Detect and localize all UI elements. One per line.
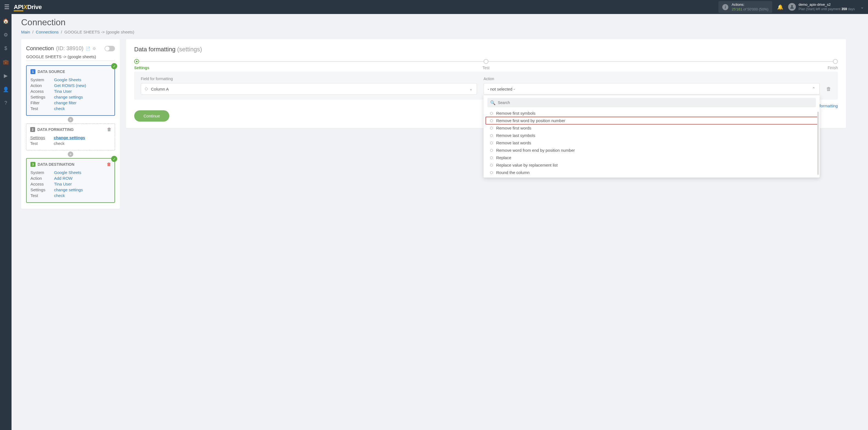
radio-icon xyxy=(145,88,148,90)
data-formatting-panel: Data formatting (settings) Settings Test… xyxy=(126,39,846,128)
topbar: ☰ APIXDrive i Actions: 25'161 of 50'000 … xyxy=(0,0,868,14)
source-action[interactable]: Get ROWS (new) xyxy=(54,83,86,88)
search-icon: 🔍 xyxy=(490,100,496,105)
dropdown-option[interactable]: Remove first words xyxy=(486,124,817,132)
briefcase-icon[interactable]: 💼 xyxy=(3,59,9,65)
bell-icon[interactable]: 🔔 xyxy=(777,4,783,10)
info-icon: i xyxy=(722,4,728,10)
enable-toggle[interactable] xyxy=(104,46,115,51)
dest-system[interactable]: Google Sheets xyxy=(54,170,81,175)
logo[interactable]: APIXDrive xyxy=(14,4,42,11)
field-label: Field for formatting xyxy=(141,76,477,81)
dropdown-option[interactable]: Remove last words xyxy=(486,139,817,147)
plan-suffix: days xyxy=(847,7,855,11)
radio-icon xyxy=(490,127,493,129)
breadcrumb-main[interactable]: Main xyxy=(21,30,30,34)
chevron-down-icon[interactable]: ⌄ xyxy=(860,4,864,10)
check-icon: ✓ xyxy=(111,156,117,162)
avatar-icon xyxy=(788,3,796,11)
step-test[interactable] xyxy=(484,59,489,64)
dest-access[interactable]: Tina User xyxy=(54,182,72,186)
right-title: Data formatting xyxy=(134,46,177,53)
dropdown-option[interactable]: Replace value by replacement list xyxy=(486,161,817,169)
step-finish[interactable] xyxy=(833,59,838,64)
plan-days: 359 xyxy=(841,7,847,11)
panel-title: Connection xyxy=(26,45,54,52)
data-formatting-card[interactable]: 🗑 2DATA FORMATTING Settingschange settin… xyxy=(26,123,115,150)
sitemap-icon[interactable]: ⚙ xyxy=(4,32,8,38)
chevron-down-icon: ⌄ xyxy=(469,87,473,91)
radio-icon xyxy=(490,119,493,122)
user-icon[interactable]: 👤 xyxy=(3,87,9,92)
actions-total: 50'000 xyxy=(747,7,758,11)
user-menu[interactable]: demo_apix-drive_s2 Plan |Start| left unt… xyxy=(788,2,855,11)
dropdown-option[interactable]: Replace xyxy=(486,154,817,161)
formatting-row: Field for formatting Column A ⌄ Action -… xyxy=(134,72,838,100)
radio-icon xyxy=(490,149,493,152)
formatting-heading: DATA FORMATTING xyxy=(37,127,73,132)
help-icon[interactable]: ? xyxy=(4,100,7,106)
dropdown-option[interactable]: Remove word from end by position number xyxy=(486,147,817,154)
breadcrumb-connections[interactable]: Connections xyxy=(36,30,58,34)
formatting-settings[interactable]: change settings xyxy=(54,135,85,140)
add-step-button[interactable]: + xyxy=(68,117,73,122)
radio-icon xyxy=(490,156,493,159)
panel-id: (ID: 38910) xyxy=(56,45,84,52)
delete-row-button[interactable]: 🗑 xyxy=(826,86,831,95)
gear-icon[interactable]: ⚙ xyxy=(92,47,96,51)
data-source-card[interactable]: ✓ 1DATA SOURCE SystemGoogle Sheets Actio… xyxy=(26,65,115,116)
trash-icon[interactable]: 🗑 xyxy=(107,127,112,132)
chevron-up-icon: ⌃ xyxy=(812,87,815,91)
step-settings[interactable] xyxy=(134,59,139,64)
connection-panel: Connection (ID: 38910) 📄 ⚙ GOOGLE SHEETS… xyxy=(21,39,120,209)
step-number: 3 xyxy=(30,162,35,167)
radio-icon xyxy=(490,164,493,166)
actions-counter[interactable]: i Actions: 25'161 of 50'000 (50%) xyxy=(718,1,772,13)
actions-label: Actions: xyxy=(732,2,768,7)
search-input[interactable] xyxy=(498,100,813,105)
dest-action[interactable]: Add ROW xyxy=(54,176,73,181)
trash-icon[interactable]: 🗑 xyxy=(107,162,111,167)
dropdown-option[interactable]: Remove first symbols xyxy=(486,110,817,117)
dest-settings[interactable]: change settings xyxy=(54,187,83,192)
hamburger-icon[interactable]: ☰ xyxy=(4,4,10,11)
dest-test[interactable]: check xyxy=(54,193,65,198)
breadcrumb-current: GOOGLE SHEETS -> (google sheets) xyxy=(64,30,134,34)
scrollbar[interactable] xyxy=(817,112,819,175)
data-destination-card[interactable]: ✓ 🗑 3DATA DESTINATION SystemGoogle Sheet… xyxy=(26,158,115,203)
step-number: 1 xyxy=(30,69,35,74)
action-dropdown: 🔍 Remove first symbolsRemove first word … xyxy=(484,95,820,178)
dropdown-option[interactable]: Round the column xyxy=(486,169,817,176)
right-subtitle: (settings) xyxy=(177,46,202,53)
actions-count: 25'161 xyxy=(732,7,742,11)
formatting-test: check xyxy=(54,141,64,146)
youtube-icon[interactable]: ▶ xyxy=(4,73,8,79)
continue-button[interactable]: Continue xyxy=(134,110,169,122)
actions-pct: (50%) xyxy=(759,7,768,11)
actions-of: of xyxy=(743,7,746,11)
dropdown-option[interactable]: Remove first word by position number xyxy=(486,117,817,124)
destination-heading: DATA DESTINATION xyxy=(38,162,74,166)
connection-name[interactable]: GOOGLE SHEETS -> (google sheets) xyxy=(26,54,115,61)
field-select[interactable]: Column A ⌄ xyxy=(141,83,477,95)
check-icon: ✓ xyxy=(111,63,117,69)
dollar-icon[interactable]: $ xyxy=(4,45,7,51)
radio-icon xyxy=(490,171,493,174)
plan-prefix: Plan |Start| left until payment xyxy=(799,7,841,11)
page-title: Connection xyxy=(21,17,846,27)
document-icon[interactable]: 📄 xyxy=(86,47,90,51)
source-filter[interactable]: change filter xyxy=(54,100,76,105)
source-system[interactable]: Google Sheets xyxy=(54,78,81,82)
dropdown-search[interactable]: 🔍 xyxy=(487,98,816,107)
action-select[interactable]: - not selected - ⌃ xyxy=(484,83,820,95)
source-access[interactable]: Tina User xyxy=(54,89,72,94)
source-settings[interactable]: change settings xyxy=(54,95,83,99)
radio-icon xyxy=(490,112,493,115)
dropdown-option[interactable]: Remove last symbols xyxy=(486,132,817,139)
source-heading: DATA SOURCE xyxy=(38,69,65,74)
radio-icon xyxy=(490,134,493,137)
add-step-button[interactable]: + xyxy=(68,151,73,157)
home-icon[interactable]: 🏠 xyxy=(3,18,9,24)
action-value: - not selected - xyxy=(488,87,515,91)
source-test[interactable]: check xyxy=(54,106,65,111)
